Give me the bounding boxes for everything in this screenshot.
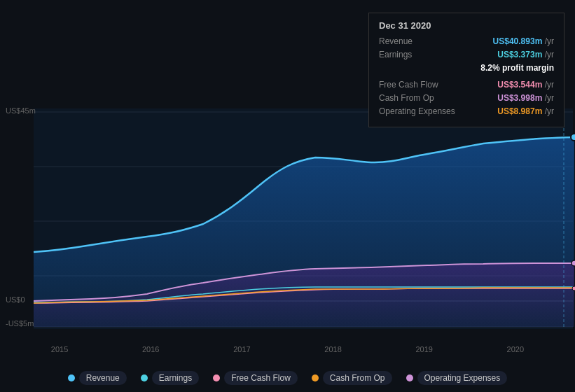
svg-point-10 [571, 260, 575, 266]
legend-label-cashop: Cash From Op [323, 371, 392, 385]
legend-dot-fcf [213, 374, 220, 382]
x-axis-labels: 2015 2016 2017 2018 2019 2020 [0, 345, 575, 354]
tooltip-revenue-row: Revenue US$40.893m /yr [379, 36, 554, 46]
legend-earnings[interactable]: Earnings [141, 371, 199, 385]
tooltip-opex-label: Operating Expenses [379, 106, 463, 116]
tooltip-earnings-label: Earnings [379, 50, 463, 59]
tooltip-card: Dec 31 2020 Revenue US$40.893m /yr Earni… [368, 13, 564, 127]
x-label-2019: 2019 [415, 345, 432, 354]
tooltip-revenue-label: Revenue [379, 36, 463, 46]
tooltip-opex-value: US$8.987m /yr [497, 106, 554, 116]
tooltip-fcf-row: Free Cash Flow US$3.544m /yr [379, 80, 554, 90]
chart-legend: Revenue Earnings Free Cash Flow Cash Fro… [0, 371, 575, 385]
tooltip-revenue-value: US$40.893m /yr [493, 36, 554, 46]
tooltip-margin-row: 8.2% profit margin [379, 63, 554, 76]
y-axis-bottom: -US$5m [6, 319, 34, 328]
x-label-2016: 2016 [142, 345, 159, 354]
tooltip-cashop-row: Cash From Op US$3.998m /yr [379, 93, 554, 103]
tooltip-cashop-value: US$3.998m /yr [497, 93, 554, 103]
x-label-2015: 2015 [51, 345, 68, 354]
legend-fcf[interactable]: Free Cash Flow [213, 371, 298, 385]
legend-label-revenue: Revenue [79, 371, 127, 385]
tooltip-cashop-label: Cash From Op [379, 93, 463, 103]
legend-revenue[interactable]: Revenue [68, 371, 127, 385]
y-axis-zero: US$0 [6, 295, 25, 304]
legend-cashop[interactable]: Cash From Op [312, 371, 392, 385]
tooltip-earnings-row: Earnings US$3.373m /yr [379, 50, 554, 59]
legend-dot-cashop [312, 374, 319, 382]
x-label-2020: 2020 [507, 345, 524, 354]
y-axis-top: US$45m [6, 106, 36, 115]
tooltip-opex-row: Operating Expenses US$8.987m /yr [379, 106, 554, 116]
tooltip-earnings-value: US$3.373m /yr [497, 50, 554, 59]
chart-container: US$45m US$0 -US$5m 2015 2016 2017 2018 2… [0, 0, 575, 392]
legend-dot-opex [406, 374, 413, 382]
legend-dot-revenue [68, 374, 75, 382]
tooltip-profit-margin: 8.2% profit margin [480, 63, 554, 73]
legend-dot-earnings [141, 374, 148, 382]
legend-label-earnings: Earnings [152, 371, 199, 385]
svg-point-9 [571, 134, 575, 141]
tooltip-fcf-label: Free Cash Flow [379, 80, 463, 90]
x-label-2017: 2017 [233, 345, 250, 354]
svg-point-11 [572, 286, 575, 290]
legend-label-opex: Operating Expenses [417, 371, 508, 385]
legend-label-fcf: Free Cash Flow [224, 371, 298, 385]
tooltip-fcf-value: US$3.544m /yr [497, 80, 554, 90]
tooltip-title: Dec 31 2020 [379, 20, 554, 31]
legend-opex[interactable]: Operating Expenses [406, 371, 508, 385]
x-label-2018: 2018 [324, 345, 341, 354]
